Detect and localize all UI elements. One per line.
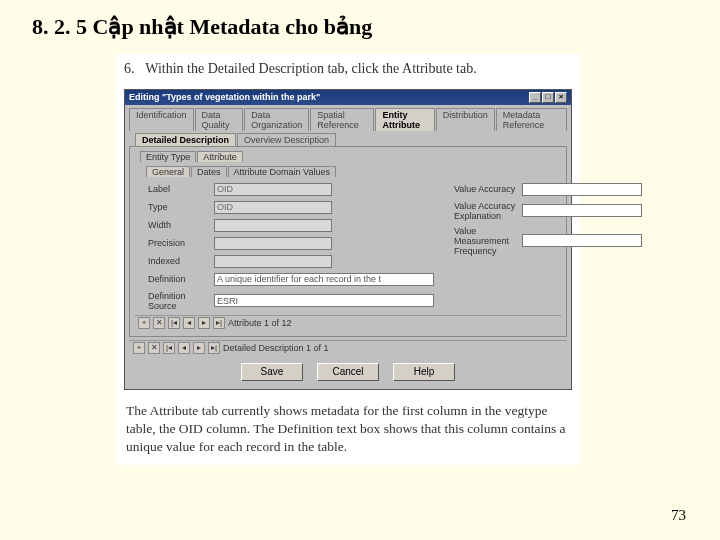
step-body: Within the Detailed Description tab, cli… xyxy=(145,61,476,76)
tab-distribution[interactable]: Distribution xyxy=(436,108,495,131)
indexed-field[interactable] xyxy=(214,255,332,268)
cancel-button[interactable]: Cancel xyxy=(317,363,379,381)
nav-last-icon[interactable]: ▸| xyxy=(213,317,225,329)
description-counter: Detailed Description 1 of 1 xyxy=(223,343,329,353)
maximize-icon[interactable]: □ xyxy=(542,92,554,103)
label-value-accuracy: Value Accuracy xyxy=(454,184,518,194)
nav2-add-icon[interactable]: + xyxy=(133,342,145,354)
tab-overview-description[interactable]: Overview Description xyxy=(237,133,336,146)
tab-identification[interactable]: Identification xyxy=(129,108,194,131)
minimize-icon[interactable]: _ xyxy=(529,92,541,103)
nav-next-icon[interactable]: ▸ xyxy=(198,317,210,329)
tab-entity-type[interactable]: Entity Type xyxy=(140,151,196,162)
figure-caption: The Attribute tab currently shows metada… xyxy=(116,390,580,465)
precision-field[interactable] xyxy=(214,237,332,250)
label-precision: Precision xyxy=(148,238,210,248)
left-column: Label Type Width Precision Indexed Defin… xyxy=(148,183,434,311)
right-column: Value Accuracy Value Accuracy Explanatio… xyxy=(454,183,642,311)
tab-general[interactable]: General xyxy=(146,166,190,177)
value-measurement-frequency-field[interactable] xyxy=(522,234,642,247)
type-field[interactable] xyxy=(214,201,332,214)
tab-detailed-description[interactable]: Detailed Description xyxy=(135,133,236,146)
close-icon[interactable]: × xyxy=(555,92,567,103)
nav-delete-icon[interactable]: ✕ xyxy=(153,317,165,329)
label-definition-source: Definition Source xyxy=(148,291,210,311)
description-nav: + ✕ |◂ ◂ ▸ ▸| Detailed Description 1 of … xyxy=(129,340,567,355)
label-definition: Definition xyxy=(148,274,210,284)
attribute-panel: Entity Type Attribute General Dates Attr… xyxy=(129,146,567,337)
slide-title: 8. 2. 5 Cập nhật Metadata cho bảng xyxy=(0,0,720,40)
main-tabstrip: Identification Data Quality Data Organiz… xyxy=(125,105,571,131)
nav2-prev-icon[interactable]: ◂ xyxy=(178,342,190,354)
dialog-title: Editing "Types of vegetation within the … xyxy=(129,92,320,102)
nav-prev-icon[interactable]: ◂ xyxy=(183,317,195,329)
value-accuracy-field[interactable] xyxy=(522,183,642,196)
instruction-step: 6. Within the Detailed Description tab, … xyxy=(116,54,580,89)
tab-metadata-reference[interactable]: Metadata Reference xyxy=(496,108,567,131)
tab-entity-attribute[interactable]: Entity Attribute xyxy=(375,108,434,131)
label-value-accuracy-explanation: Value Accuracy Explanation xyxy=(454,201,518,221)
sub-tabstrip: Detailed Description Overview Descriptio… xyxy=(125,131,571,146)
attribute-counter: Attribute 1 of 12 xyxy=(228,318,292,328)
figure-container: 6. Within the Detailed Description tab, … xyxy=(116,54,580,465)
metadata-dialog: Editing "Types of vegetation within the … xyxy=(124,89,572,390)
label-indexed: Indexed xyxy=(148,256,210,266)
tab-data-quality[interactable]: Data Quality xyxy=(195,108,244,131)
tab-data-organization[interactable]: Data Organization xyxy=(244,108,309,131)
nav-first-icon[interactable]: |◂ xyxy=(168,317,180,329)
tab-attribute-domain-values[interactable]: Attribute Domain Values xyxy=(228,166,336,177)
dialog-buttons: Save Cancel Help xyxy=(125,357,571,389)
nav2-first-icon[interactable]: |◂ xyxy=(163,342,175,354)
tab-dates[interactable]: Dates xyxy=(191,166,227,177)
label-label: Label xyxy=(148,184,210,194)
form-area: Label Type Width Precision Indexed Defin… xyxy=(134,181,562,315)
page-number: 73 xyxy=(671,507,686,524)
nav2-last-icon[interactable]: ▸| xyxy=(208,342,220,354)
entity-attribute-tabs: Entity Type Attribute xyxy=(140,151,562,162)
attribute-subtabs: General Dates Attribute Domain Values xyxy=(146,166,562,177)
tab-spatial-reference[interactable]: Spatial Reference xyxy=(310,108,374,131)
tab-attribute[interactable]: Attribute xyxy=(197,151,243,162)
width-field[interactable] xyxy=(214,219,332,232)
step-number: 6. xyxy=(124,60,142,79)
attribute-nav: + ✕ |◂ ◂ ▸ ▸| Attribute 1 of 12 xyxy=(134,315,562,330)
save-button[interactable]: Save xyxy=(241,363,303,381)
nav2-next-icon[interactable]: ▸ xyxy=(193,342,205,354)
value-accuracy-explanation-field[interactable] xyxy=(522,204,642,217)
label-width: Width xyxy=(148,220,210,230)
label-value-measurement-frequency: Value Measurement Frequency xyxy=(454,226,518,256)
label-type: Type xyxy=(148,202,210,212)
definition-source-field[interactable] xyxy=(214,294,434,307)
nav2-delete-icon[interactable]: ✕ xyxy=(148,342,160,354)
nav-add-icon[interactable]: + xyxy=(138,317,150,329)
definition-field[interactable] xyxy=(214,273,434,286)
help-button[interactable]: Help xyxy=(393,363,455,381)
label-field[interactable] xyxy=(214,183,332,196)
dialog-titlebar: Editing "Types of vegetation within the … xyxy=(125,90,571,105)
